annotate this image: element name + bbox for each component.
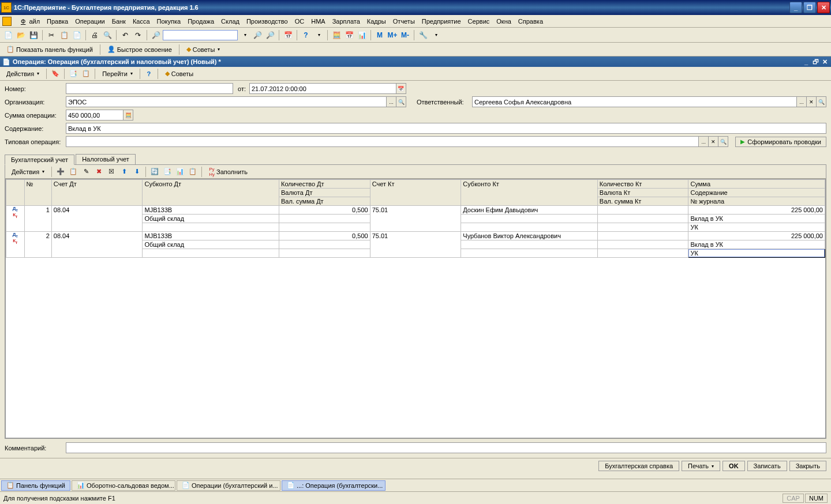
search-dropdown[interactable] [239,29,250,41]
save-icon[interactable]: 💾 [28,29,39,41]
col-skt[interactable]: Счет Кт [370,180,461,206]
typical-clear-button[interactable]: ✕ [709,136,718,147]
resp-open-button[interactable]: 🔍 [817,96,826,107]
m-minus-button[interactable]: M- [399,29,411,41]
cell-sbdt3[interactable] [143,249,279,258]
grid-refresh-icon[interactable]: 🔄 [149,166,160,178]
menu-production[interactable]: Производство [243,17,291,26]
cell-qdt[interactable]: 0,500 [279,232,370,240]
col-cont[interactable]: Содержание [688,189,825,197]
menu-salary[interactable]: Зарплата [329,17,364,26]
cell-sbdt1[interactable]: МJВ133В [143,232,279,240]
col-vdt[interactable]: Валюта Дт [279,189,370,197]
typical-select-button[interactable]: ... [699,136,709,147]
comment-field[interactable] [66,442,826,453]
menu-help[interactable]: Справка [515,17,546,26]
menu-purchase[interactable]: Покупка [154,17,185,26]
grid-tool3-icon[interactable]: 📋 [187,166,199,178]
cell-sbdt2[interactable]: Общий склад [143,240,279,249]
grid-tool2-icon[interactable]: 📊 [174,166,186,178]
resp-select-button[interactable]: ... [797,96,807,107]
search-input[interactable] [163,30,238,40]
menu-file[interactable]: Файл [14,17,43,26]
calendar-icon[interactable]: 📅 [282,29,294,41]
cell-sbkt1[interactable]: Доскин Ефим Давыдович [461,206,598,215]
menu-edit[interactable]: Правка [43,17,72,26]
cell-sbdt3[interactable] [143,223,279,232]
cell-sum[interactable]: 225 000,00 [688,232,825,240]
cell-sbkt1[interactable]: Чурбанов Виктор Александрович [461,232,598,240]
sum-field[interactable]: 450 000,00 [66,110,123,121]
doc-restore-button[interactable]: 🗗 [811,58,819,66]
cell-qkt[interactable] [597,232,688,240]
taskbar-item[interactable]: 📋Панель функций [1,480,70,491]
undo-icon[interactable]: ↶ [119,29,131,41]
cell-vskt[interactable] [597,223,688,232]
cell-sdt[interactable]: 08.04 [51,206,143,232]
col-jn[interactable]: № журнала [688,197,825,206]
grid-add-icon[interactable]: ➕ [55,166,66,178]
cell-sbdt1[interactable]: МJВ133В [143,206,279,215]
responsible-field[interactable]: Сергеева Софья Александровна [472,96,797,107]
cell-sbkt2[interactable] [461,215,598,223]
org-open-button[interactable]: 🔍 [396,96,406,107]
col-sbdt[interactable]: Субконто Дт [143,180,279,206]
grid-edit-icon[interactable]: ✎ [80,166,92,178]
menu-operations[interactable]: Операции [72,17,108,26]
menu-os[interactable]: ОС [291,17,308,26]
menu-warehouse[interactable]: Склад [218,17,243,26]
cut-icon[interactable]: ✂ [46,29,57,41]
cell-jn-editing[interactable]: УК [688,249,825,258]
grid-copy-icon[interactable]: 📋 [68,166,79,178]
grid-actions-button[interactable]: Действия [8,167,48,177]
taskbar-item[interactable]: 📄...: Операция (бухгалтерски... [282,480,385,491]
menu-nma[interactable]: НМА [308,17,328,26]
find-icon[interactable]: 🔎 [150,29,162,41]
col-sdt[interactable]: Счет Дт [51,180,143,206]
tab-tax[interactable]: Налоговый учет [76,154,136,164]
grid-down-icon[interactable]: ⬇ [131,166,143,178]
show-panel-button[interactable]: 📋Показать панель функций [2,44,97,55]
tool3-icon[interactable]: 📊 [356,29,368,41]
typical-open-button[interactable]: 🔍 [718,136,728,147]
cell-n[interactable]: 2 [24,232,51,258]
cell-vdt[interactable] [279,240,370,249]
copy-icon[interactable]: 📋 [58,29,70,41]
date-picker-button[interactable]: 📅 [396,83,406,94]
col-vkt[interactable]: Валюта Кт [597,189,688,197]
settings-dropdown[interactable] [430,29,441,41]
report-button[interactable]: Бухгалтерская справка [598,461,679,471]
grid-container[interactable]: № Счет Дт Субконто Дт Количество Дт Счет… [5,179,826,438]
cell-vsdt[interactable] [279,223,370,232]
generate-button[interactable]: ▶Сформировать проводки [735,137,826,147]
cell-vskt[interactable] [597,249,688,258]
grid-delete-icon[interactable]: ✖ [93,166,104,178]
resp-clear-button[interactable]: ✕ [807,96,817,107]
cell-cont[interactable]: Вклад в УК [688,240,825,249]
doc-close-button[interactable]: ✕ [821,58,829,66]
cell-n[interactable]: 1 [24,206,51,232]
doc-nav-icon[interactable]: 📑 [68,68,79,80]
paste-icon[interactable]: 📄 [71,29,83,41]
find-prev-icon[interactable]: 🔎 [264,29,276,41]
cell-skt[interactable]: 75.01 [370,232,461,258]
doc-tips-button[interactable]: ◆Советы [161,68,197,79]
doc-bookmark-icon[interactable]: 🔖 [50,68,61,80]
cell-sum[interactable]: 225 000,00 [688,206,825,215]
doc-minimize-button[interactable]: _ [802,58,810,66]
cell-vsdt[interactable] [279,249,370,258]
tab-accounting[interactable]: Бухгалтерский учет [5,155,74,165]
preview-icon[interactable]: 🔍 [102,29,113,41]
date-icon[interactable]: 📅 [343,29,355,41]
cell-vkt[interactable] [597,240,688,249]
org-field[interactable]: ЭПОС [66,96,387,107]
new-icon[interactable]: 📄 [2,29,14,41]
print-button[interactable]: Печать [682,461,720,471]
actions-button[interactable]: Действия [2,69,43,79]
cell-vdt[interactable] [279,215,370,223]
ok-button[interactable]: OK [723,461,745,471]
col-vsdt[interactable]: Вал. сумма Дт [279,197,370,206]
save-button[interactable]: Записать [747,461,787,471]
cell-qkt[interactable] [597,206,688,215]
cell-qdt[interactable]: 0,500 [279,206,370,215]
